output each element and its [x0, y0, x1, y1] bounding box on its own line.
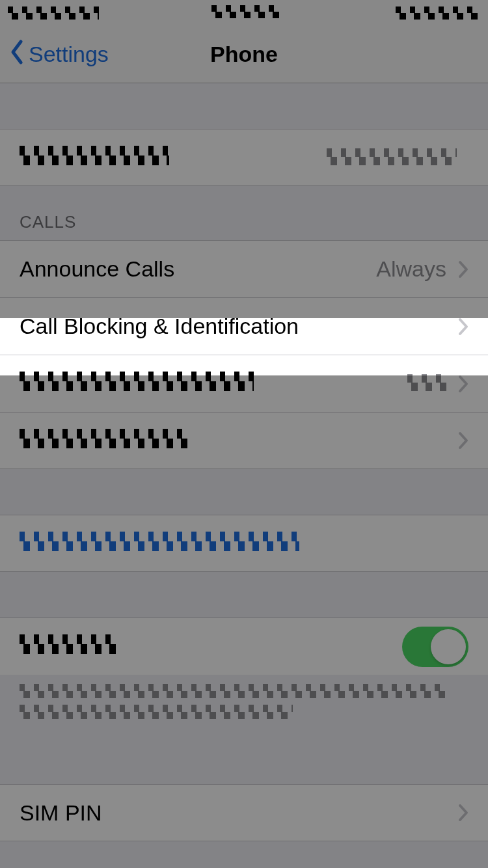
tty-toggle[interactable] — [402, 627, 468, 667]
chevron-right-icon — [458, 804, 468, 822]
time-redacted — [211, 5, 283, 18]
chevron-right-icon — [458, 260, 468, 278]
group-voicemail — [0, 515, 488, 572]
cell-my-number[interactable] — [0, 129, 488, 186]
cell-wifi-calling[interactable] — [0, 412, 488, 469]
battery-redacted — [396, 7, 480, 20]
status-left — [8, 7, 99, 20]
back-button[interactable]: Settings — [0, 39, 109, 70]
call-blocking-label: Call Blocking & Identification — [20, 314, 458, 339]
group-sim: SIM PIN — [0, 784, 488, 841]
calls-other-devices-label — [20, 371, 407, 396]
my-number-value — [327, 145, 457, 170]
status-right — [396, 7, 480, 20]
group-header-calls: CALLS — [0, 186, 488, 240]
cell-call-blocking[interactable]: Call Blocking & Identification — [0, 297, 488, 355]
cell-tty[interactable] — [0, 617, 488, 675]
status-bar — [0, 0, 488, 26]
chevron-right-icon — [458, 375, 468, 393]
wifi-calling-label — [20, 428, 458, 454]
sim-pin-label: SIM PIN — [20, 800, 458, 826]
back-label: Settings — [29, 42, 109, 67]
group-tty — [0, 617, 488, 739]
calls-other-devices-value — [407, 371, 446, 396]
announce-calls-value: Always — [376, 256, 446, 282]
cell-sim-pin[interactable]: SIM PIN — [0, 784, 488, 841]
announce-calls-label: Announce Calls — [20, 256, 376, 282]
chevron-left-icon — [9, 39, 25, 70]
chevron-right-icon — [458, 318, 468, 336]
nav-bar: Settings Phone — [0, 26, 488, 83]
my-number-label — [20, 145, 327, 170]
status-time — [99, 4, 396, 22]
group-my-number — [0, 129, 488, 186]
cell-announce-calls[interactable]: Announce Calls Always — [0, 240, 488, 297]
cell-change-voicemail-password[interactable] — [0, 515, 488, 572]
group-calls: CALLS Announce Calls Always Call Blockin… — [0, 186, 488, 469]
carrier-redacted — [8, 7, 99, 20]
cell-calls-other-devices[interactable] — [0, 355, 488, 412]
change-voicemail-password-label — [20, 531, 468, 556]
chevron-right-icon — [458, 431, 468, 450]
tty-label — [20, 634, 402, 659]
tty-footer — [0, 675, 488, 739]
